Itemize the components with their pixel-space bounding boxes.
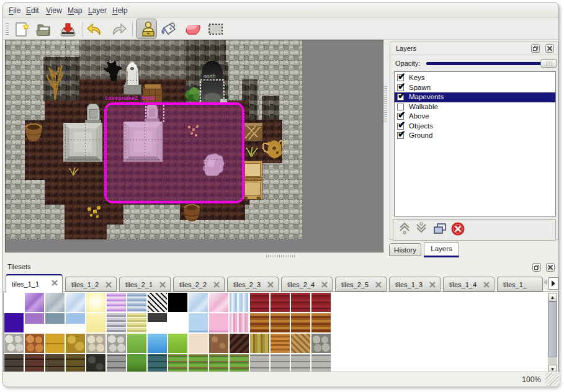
svg-text:north: north	[204, 73, 216, 79]
svg-text:cavesnake2_boss: cavesnake2_boss	[105, 94, 155, 101]
